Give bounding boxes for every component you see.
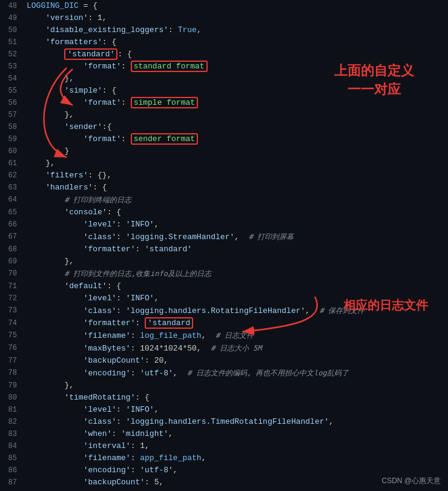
table-row: 67 'class': 'logging.StreamHandler', # 打… [0, 231, 448, 243]
line-content: 'handlers': { [24, 182, 448, 194]
code-container: 48LOGGING_DIC = {49 'version': 1,50 'dis… [0, 0, 448, 491]
line-content: 'standard': { [24, 48, 448, 61]
line-number: 65 [0, 206, 24, 219]
table-row: 86 'encoding': 'utf-8', [0, 464, 448, 476]
line-number: 66 [0, 219, 24, 231]
line-content: 'when': 'midnight', [24, 428, 448, 440]
line-number: 56 [0, 97, 24, 109]
line-number: 71 [0, 280, 24, 292]
line-number: 68 [0, 243, 24, 255]
table-row: 82 'class': 'logging.handlers.TimedRotat… [0, 416, 448, 428]
table-row: 49 'version': 1, [0, 12, 448, 24]
table-row: 62 'filters': {}, [0, 170, 448, 182]
table-row: 68 'formatter': 'standard' [0, 243, 448, 255]
line-number: 85 [0, 452, 24, 464]
table-row: 65 'console': { [0, 206, 448, 219]
table-row: 79 }, [0, 380, 448, 392]
line-number: 59 [0, 133, 24, 145]
table-row: 57 }, [0, 109, 448, 121]
line-content: 'timedRotating': { [24, 392, 448, 404]
annotation-right: 相应的日志文件 [334, 297, 437, 314]
line-number: 50 [0, 24, 24, 36]
line-number: 77 [0, 355, 24, 367]
highlight-box: simple format [131, 97, 198, 108]
line-content: 'filters': {}, [24, 170, 448, 182]
table-row: 58 'sender':{ [0, 121, 448, 133]
annotation-top: 上面的自定义 一一对应 [326, 62, 423, 99]
table-row: 69 }, [0, 255, 448, 268]
line-number: 76 [0, 342, 24, 354]
line-content: 'interval': 1, [24, 440, 448, 452]
line-content: 'version': 1, [24, 12, 448, 24]
line-content: }, [24, 109, 448, 121]
line-number: 53 [0, 61, 24, 73]
line-number: 81 [0, 404, 24, 416]
line-number: 80 [0, 392, 24, 404]
line-number: 78 [0, 367, 24, 379]
line-content: 'level': 'INFO', [24, 404, 448, 416]
line-content: # 打印到终端的日志 [24, 194, 448, 206]
highlight-box: 'standard' [64, 48, 117, 60]
line-number: 60 [0, 145, 24, 157]
line-content: 'encoding': 'utf-8', # 日志文件的编码, 再也不用担心中文… [24, 367, 448, 380]
table-row: 75 'filename': log_file_path, # 日志文件 [0, 329, 448, 342]
line-number: 70 [0, 268, 24, 280]
line-content: 'maxBytes': 1024*1024*50, # 日志大小 5M [24, 342, 448, 355]
line-content: 'formatter': 'standard' [24, 243, 448, 255]
highlight-box: sender format [131, 133, 198, 145]
table-row: 60 } [0, 145, 448, 157]
line-number: 82 [0, 416, 24, 428]
line-content: 'filename': log_file_path, # 日志文件 [24, 329, 448, 342]
table-row: 64 # 打印到终端的日志 [0, 194, 448, 206]
highlight-box: standard format [131, 61, 208, 72]
line-content: 'formatter': 'standard [24, 317, 448, 329]
table-row: 80 'timedRotating': { [0, 392, 448, 404]
line-number: 55 [0, 85, 24, 97]
line-content: 'encoding': 'utf-8', [24, 464, 448, 476]
line-number: 57 [0, 109, 24, 121]
line-number: 48 [0, 0, 24, 12]
line-number: 58 [0, 121, 24, 133]
line-number: 61 [0, 157, 24, 170]
line-number: 74 [0, 317, 24, 329]
table-row: 50 'disable_existing_loggers': True, [0, 24, 448, 36]
line-number: 79 [0, 380, 24, 392]
line-number: 54 [0, 73, 24, 85]
line-content: 'backupCount': 20, [24, 355, 448, 367]
line-number: 84 [0, 440, 24, 452]
table-row: 63 'handlers': { [0, 182, 448, 194]
line-number: 83 [0, 428, 24, 440]
line-content: 'level': 'INFO', [24, 219, 448, 231]
line-number: 87 [0, 476, 24, 489]
table-row: 51 'formatters': { [0, 36, 448, 48]
line-number: 75 [0, 329, 24, 341]
table-row: 87 'backupCount': 5, [0, 476, 448, 489]
table-row: 78 'encoding': 'utf-8', # 日志文件的编码, 再也不用担… [0, 367, 448, 380]
line-content: 'filename': app_file_path, [24, 452, 448, 464]
table-row: 59 'format': sender format [0, 133, 448, 145]
line-content: 'format': sender format [24, 133, 448, 145]
table-row: 61 }, [0, 157, 448, 170]
line-content: 'default': { [24, 280, 448, 292]
table-row: 85 'filename': app_file_path, [0, 452, 448, 464]
line-content: 'formatters': { [24, 36, 448, 48]
highlight-box: 'standard [145, 317, 193, 329]
line-number: 62 [0, 170, 24, 182]
table-row: 84 'interval': 1, [0, 440, 448, 452]
line-number: 49 [0, 12, 24, 24]
table-row: 81 'level': 'INFO', [0, 404, 448, 416]
line-number: 63 [0, 182, 24, 194]
line-content: 'disable_existing_loggers': True, [24, 24, 448, 36]
line-content: 'sender':{ [24, 121, 448, 133]
line-number: 86 [0, 464, 24, 476]
table-row: 74 'formatter': 'standard [0, 317, 448, 329]
line-number: 67 [0, 231, 24, 243]
table-row: 71 'default': { [0, 280, 448, 292]
line-content: }, [24, 255, 448, 268]
line-content: 'class': 'logging.handlers.TimedRotating… [24, 416, 448, 428]
line-content: }, [24, 157, 448, 170]
line-number: 72 [0, 292, 24, 305]
line-content: 'console': { [24, 206, 448, 219]
watermark: CSDN @心惠天意 [381, 476, 441, 486]
table-row: 52 'standard': { [0, 48, 448, 61]
